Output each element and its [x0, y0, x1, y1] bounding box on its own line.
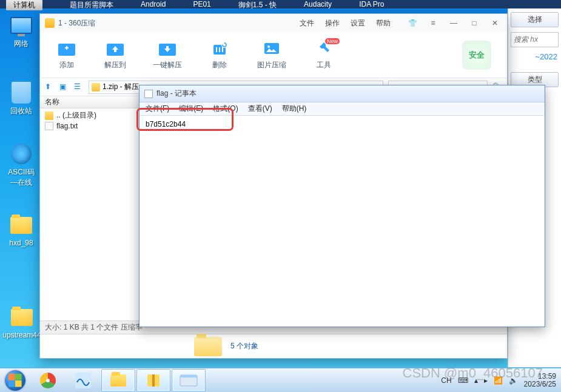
desktop-icon-label: hxd_98 — [9, 239, 33, 247]
desktop-icon-ascii[interactable]: ASCII码 —在线 — [4, 142, 39, 188]
svg-rect-7 — [219, 47, 220, 52]
windows-orb-icon — [5, 370, 25, 391]
list-row-label: .. (上级目录) — [56, 110, 96, 121]
notepad-window: flag - 记事本 文件(F) 编辑(E) 格式(O) 查看(V) 帮助(H)… — [139, 85, 545, 327]
archive-menu-file[interactable]: 文件 — [300, 18, 314, 28]
archive-window-buttons: 👕 ≡ — □ ✕ — [405, 19, 502, 27]
ribbon-add[interactable]: 添加 — [56, 39, 78, 70]
tray-sound-icon[interactable]: 🔈 — [509, 376, 518, 385]
svg-point-11 — [267, 45, 270, 48]
np-menu-help[interactable]: 帮助(H) — [282, 104, 307, 114]
path-text: 1.zip - 解压 — [102, 82, 139, 92]
chrome-icon — [40, 373, 56, 388]
taskbar-notepad[interactable] — [172, 369, 206, 392]
top-tab-active[interactable]: 计算机 — [6, 0, 42, 10]
ribbon-label: 添加 — [59, 60, 74, 70]
ribbon-label: 图片压缩 — [257, 60, 286, 70]
tray-flag-icon[interactable]: ▸ — [484, 376, 488, 385]
top-tab-4[interactable]: Audacity — [304, 0, 332, 8]
svg-rect-14 — [152, 374, 155, 387]
archive-titlebar[interactable]: 1 - 360压缩 文件 操作 设置 帮助 👕 ≡ — □ ✕ — [40, 14, 507, 32]
top-tab-2[interactable]: PE01 — [193, 0, 210, 8]
desktop-icon-upstream[interactable]: upstream44 — [4, 305, 40, 348]
text-file-icon — [45, 122, 53, 130]
tray-keyboard-icon[interactable]: ⌨ — [458, 376, 468, 385]
year-link[interactable]: ~2022 — [511, 52, 559, 61]
notepad-menu: 文件(F) 编辑(E) 格式(O) 查看(V) 帮助(H) — [139, 102, 545, 116]
ribbon-one-click[interactable]: 一键解压 — [153, 39, 182, 70]
clothes-icon[interactable]: 👕 — [405, 19, 420, 27]
preview-folder-icon — [194, 337, 222, 356]
archive-title-text: 1 - 360压缩 — [58, 18, 95, 28]
svg-rect-8 — [222, 47, 223, 52]
close-button[interactable]: ✕ — [488, 19, 502, 27]
archive-logo-icon — [45, 18, 55, 28]
archive-menu-operate[interactable]: 操作 — [325, 18, 340, 28]
desktop-icon-recycle[interactable]: 回收站 — [4, 81, 39, 116]
minimize-button[interactable]: — — [446, 19, 461, 27]
tray-network-icon[interactable]: 📶 — [494, 376, 503, 385]
np-menu-view[interactable]: 查看(V) — [248, 104, 272, 114]
safe-badge: 安全 — [462, 41, 491, 70]
np-menu-format[interactable]: 格式(O) — [213, 104, 238, 114]
ribbon-delete[interactable]: 删除 — [209, 39, 230, 70]
nav-copy-icon[interactable]: ▣ — [59, 82, 69, 92]
archive-menu-help[interactable]: 帮助 — [376, 18, 391, 28]
tray-clock[interactable]: 13:59 2023/6/25 — [524, 373, 556, 388]
ribbon-label: 一键解压 — [153, 60, 182, 70]
desktop-icon-label: upstream44 — [2, 331, 41, 339]
new-badge: New — [325, 38, 340, 44]
folder-icon — [110, 374, 126, 387]
folder-icon — [11, 309, 33, 326]
tray-chevron-up-icon[interactable]: ▴ — [474, 376, 478, 385]
ribbon-tools[interactable]: New工具 — [313, 39, 335, 70]
tools-icon[interactable]: ≡ — [426, 19, 440, 27]
svg-rect-16 — [180, 375, 197, 377]
taskbar-explorer[interactable] — [101, 369, 135, 392]
archive-preview-bar: 5 个对象 — [40, 334, 507, 358]
np-menu-file[interactable]: 文件(F) — [146, 104, 169, 114]
notepad-icon — [144, 90, 153, 98]
taskbar-archive[interactable] — [136, 369, 170, 392]
svg-rect-2 — [66, 46, 67, 50]
start-button[interactable] — [0, 368, 30, 393]
nav-up-icon[interactable]: ⬆ — [45, 82, 55, 92]
top-tab-1[interactable]: Android — [141, 0, 166, 8]
taskbar-tray: CH ⌨ ▴ ▸ 📶 🔈 13:59 2023/6/25 — [441, 373, 561, 388]
archive-ribbon: 添加 解压到 一键解压 删除 图片压缩 New工具 安全 — [40, 32, 507, 78]
search-input[interactable]: 搜索 hx — [511, 32, 559, 47]
ribbon-label: 解压到 — [104, 60, 126, 70]
notepad-titlebar[interactable]: flag - 记事本 — [139, 85, 545, 102]
desktop-icon-hxd[interactable]: hxd_98 — [4, 213, 39, 247]
ie-icon — [11, 144, 32, 164]
list-row-label: flag.txt — [56, 122, 78, 130]
tray-date: 2023/6/25 — [524, 380, 556, 388]
network-icon — [10, 17, 32, 34]
archive-menu: 文件 操作 设置 帮助 — [300, 18, 391, 28]
explorer-breadcrumb-top: 计算机 题目所需脚本 Android PE01 御剑1.5 - 快 Audaci… — [0, 0, 561, 8]
desktop-icon-network[interactable]: 网络 — [4, 13, 39, 49]
recycle-bin-icon — [12, 82, 31, 104]
maximize-button[interactable]: □ — [467, 19, 482, 27]
ribbon-label: 工具 — [317, 60, 331, 70]
top-tab-5[interactable]: IDA Pro — [359, 0, 384, 8]
archive-menu-settings[interactable]: 设置 — [351, 18, 365, 28]
ribbon-label: 删除 — [212, 60, 227, 70]
zip-icon — [92, 83, 100, 91]
folder-icon — [10, 217, 32, 234]
taskbar-wireshark[interactable] — [66, 369, 100, 392]
tray-time: 13:59 — [524, 373, 556, 380]
notepad-text-area[interactable]: b7d51c2b44 — [139, 116, 545, 327]
np-menu-edit[interactable]: 编辑(E) — [179, 104, 203, 114]
ribbon-image-compress[interactable]: 图片压缩 — [257, 39, 286, 70]
ribbon-extract-to[interactable]: 解压到 — [104, 39, 126, 70]
select-button[interactable]: 选择 — [511, 12, 559, 27]
taskbar: CH ⌨ ▴ ▸ 📶 🔈 13:59 2023/6/25 — [0, 368, 561, 392]
top-tab-0[interactable]: 题目所需脚本 — [70, 0, 113, 10]
safe-text: 安全 — [462, 41, 491, 70]
taskbar-chrome[interactable] — [31, 369, 65, 392]
tray-lang[interactable]: CH — [441, 376, 451, 385]
top-tab-3[interactable]: 御剑1.5 - 快 — [238, 0, 277, 10]
nav-list-icon[interactable]: ☰ — [74, 82, 84, 92]
taskbar-items — [30, 368, 206, 392]
